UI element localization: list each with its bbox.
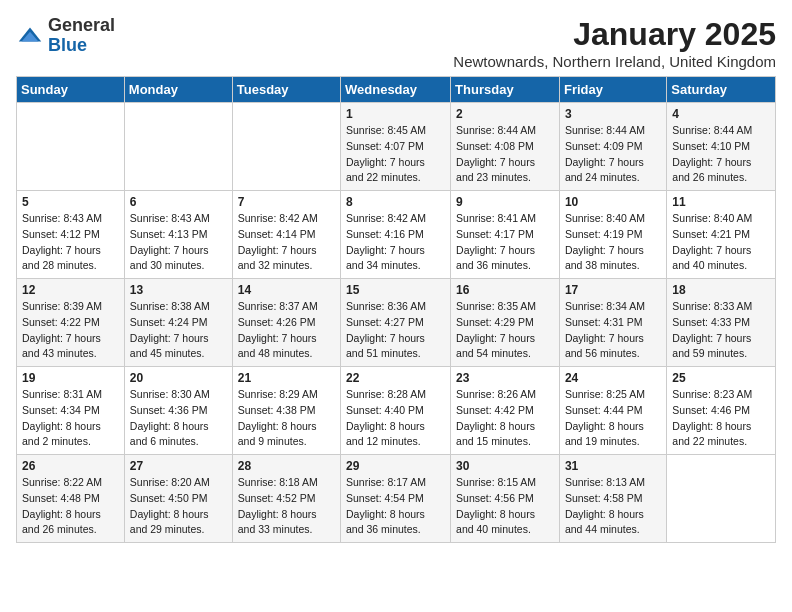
day-number: 8 [346, 195, 445, 209]
calendar-week-3: 12Sunrise: 8:39 AMSunset: 4:22 PMDayligh… [17, 279, 776, 367]
calendar-header-row: SundayMondayTuesdayWednesdayThursdayFrid… [17, 77, 776, 103]
calendar-cell: 21Sunrise: 8:29 AMSunset: 4:38 PMDayligh… [232, 367, 340, 455]
day-number: 1 [346, 107, 445, 121]
calendar-cell: 15Sunrise: 8:36 AMSunset: 4:27 PMDayligh… [341, 279, 451, 367]
day-number: 17 [565, 283, 661, 297]
calendar-cell: 29Sunrise: 8:17 AMSunset: 4:54 PMDayligh… [341, 455, 451, 543]
day-header-tuesday: Tuesday [232, 77, 340, 103]
logo-icon [16, 22, 44, 50]
calendar-cell: 20Sunrise: 8:30 AMSunset: 4:36 PMDayligh… [124, 367, 232, 455]
day-header-thursday: Thursday [451, 77, 560, 103]
day-info: Sunrise: 8:36 AMSunset: 4:27 PMDaylight:… [346, 299, 445, 362]
day-number: 9 [456, 195, 554, 209]
day-header-wednesday: Wednesday [341, 77, 451, 103]
calendar-cell: 1Sunrise: 8:45 AMSunset: 4:07 PMDaylight… [341, 103, 451, 191]
day-number: 25 [672, 371, 770, 385]
calendar-cell: 31Sunrise: 8:13 AMSunset: 4:58 PMDayligh… [559, 455, 666, 543]
calendar-week-1: 1Sunrise: 8:45 AMSunset: 4:07 PMDaylight… [17, 103, 776, 191]
day-info: Sunrise: 8:44 AMSunset: 4:08 PMDaylight:… [456, 123, 554, 186]
page-header: General Blue January 2025 Newtownards, N… [16, 16, 776, 70]
day-info: Sunrise: 8:44 AMSunset: 4:10 PMDaylight:… [672, 123, 770, 186]
day-number: 21 [238, 371, 335, 385]
day-info: Sunrise: 8:43 AMSunset: 4:12 PMDaylight:… [22, 211, 119, 274]
day-number: 14 [238, 283, 335, 297]
day-header-saturday: Saturday [667, 77, 776, 103]
location-title: Newtownards, Northern Ireland, United Ki… [453, 53, 776, 70]
calendar-cell: 11Sunrise: 8:40 AMSunset: 4:21 PMDayligh… [667, 191, 776, 279]
logo-general: General [48, 16, 115, 36]
day-info: Sunrise: 8:17 AMSunset: 4:54 PMDaylight:… [346, 475, 445, 538]
day-number: 10 [565, 195, 661, 209]
calendar-cell: 12Sunrise: 8:39 AMSunset: 4:22 PMDayligh… [17, 279, 125, 367]
day-number: 5 [22, 195, 119, 209]
calendar-cell: 13Sunrise: 8:38 AMSunset: 4:24 PMDayligh… [124, 279, 232, 367]
calendar-week-4: 19Sunrise: 8:31 AMSunset: 4:34 PMDayligh… [17, 367, 776, 455]
day-info: Sunrise: 8:22 AMSunset: 4:48 PMDaylight:… [22, 475, 119, 538]
day-number: 29 [346, 459, 445, 473]
day-header-monday: Monday [124, 77, 232, 103]
day-info: Sunrise: 8:23 AMSunset: 4:46 PMDaylight:… [672, 387, 770, 450]
day-number: 20 [130, 371, 227, 385]
day-info: Sunrise: 8:31 AMSunset: 4:34 PMDaylight:… [22, 387, 119, 450]
day-number: 13 [130, 283, 227, 297]
logo-text: General Blue [48, 16, 115, 56]
calendar-cell: 30Sunrise: 8:15 AMSunset: 4:56 PMDayligh… [451, 455, 560, 543]
day-info: Sunrise: 8:26 AMSunset: 4:42 PMDaylight:… [456, 387, 554, 450]
calendar-cell: 22Sunrise: 8:28 AMSunset: 4:40 PMDayligh… [341, 367, 451, 455]
calendar-cell: 5Sunrise: 8:43 AMSunset: 4:12 PMDaylight… [17, 191, 125, 279]
calendar-week-5: 26Sunrise: 8:22 AMSunset: 4:48 PMDayligh… [17, 455, 776, 543]
calendar-cell: 10Sunrise: 8:40 AMSunset: 4:19 PMDayligh… [559, 191, 666, 279]
day-info: Sunrise: 8:40 AMSunset: 4:21 PMDaylight:… [672, 211, 770, 274]
calendar-cell: 18Sunrise: 8:33 AMSunset: 4:33 PMDayligh… [667, 279, 776, 367]
logo-blue: Blue [48, 36, 115, 56]
calendar-cell: 17Sunrise: 8:34 AMSunset: 4:31 PMDayligh… [559, 279, 666, 367]
day-info: Sunrise: 8:42 AMSunset: 4:16 PMDaylight:… [346, 211, 445, 274]
day-info: Sunrise: 8:40 AMSunset: 4:19 PMDaylight:… [565, 211, 661, 274]
calendar-cell: 6Sunrise: 8:43 AMSunset: 4:13 PMDaylight… [124, 191, 232, 279]
day-number: 30 [456, 459, 554, 473]
calendar-week-2: 5Sunrise: 8:43 AMSunset: 4:12 PMDaylight… [17, 191, 776, 279]
calendar-table: SundayMondayTuesdayWednesdayThursdayFrid… [16, 76, 776, 543]
day-number: 2 [456, 107, 554, 121]
day-info: Sunrise: 8:18 AMSunset: 4:52 PMDaylight:… [238, 475, 335, 538]
day-info: Sunrise: 8:41 AMSunset: 4:17 PMDaylight:… [456, 211, 554, 274]
calendar-cell: 26Sunrise: 8:22 AMSunset: 4:48 PMDayligh… [17, 455, 125, 543]
day-header-sunday: Sunday [17, 77, 125, 103]
day-info: Sunrise: 8:37 AMSunset: 4:26 PMDaylight:… [238, 299, 335, 362]
title-block: January 2025 Newtownards, Northern Irela… [453, 16, 776, 70]
day-number: 22 [346, 371, 445, 385]
calendar-cell: 23Sunrise: 8:26 AMSunset: 4:42 PMDayligh… [451, 367, 560, 455]
calendar-cell [124, 103, 232, 191]
day-info: Sunrise: 8:42 AMSunset: 4:14 PMDaylight:… [238, 211, 335, 274]
calendar-cell: 19Sunrise: 8:31 AMSunset: 4:34 PMDayligh… [17, 367, 125, 455]
calendar-cell: 24Sunrise: 8:25 AMSunset: 4:44 PMDayligh… [559, 367, 666, 455]
day-header-friday: Friday [559, 77, 666, 103]
day-number: 27 [130, 459, 227, 473]
calendar-cell: 3Sunrise: 8:44 AMSunset: 4:09 PMDaylight… [559, 103, 666, 191]
calendar-cell [667, 455, 776, 543]
day-number: 15 [346, 283, 445, 297]
day-info: Sunrise: 8:15 AMSunset: 4:56 PMDaylight:… [456, 475, 554, 538]
day-info: Sunrise: 8:33 AMSunset: 4:33 PMDaylight:… [672, 299, 770, 362]
calendar-cell: 25Sunrise: 8:23 AMSunset: 4:46 PMDayligh… [667, 367, 776, 455]
day-info: Sunrise: 8:38 AMSunset: 4:24 PMDaylight:… [130, 299, 227, 362]
calendar-cell [232, 103, 340, 191]
day-number: 16 [456, 283, 554, 297]
day-number: 26 [22, 459, 119, 473]
calendar-cell: 16Sunrise: 8:35 AMSunset: 4:29 PMDayligh… [451, 279, 560, 367]
day-info: Sunrise: 8:29 AMSunset: 4:38 PMDaylight:… [238, 387, 335, 450]
calendar-cell: 14Sunrise: 8:37 AMSunset: 4:26 PMDayligh… [232, 279, 340, 367]
calendar-cell: 7Sunrise: 8:42 AMSunset: 4:14 PMDaylight… [232, 191, 340, 279]
calendar-cell: 2Sunrise: 8:44 AMSunset: 4:08 PMDaylight… [451, 103, 560, 191]
day-number: 4 [672, 107, 770, 121]
day-number: 31 [565, 459, 661, 473]
calendar-cell: 8Sunrise: 8:42 AMSunset: 4:16 PMDaylight… [341, 191, 451, 279]
day-info: Sunrise: 8:43 AMSunset: 4:13 PMDaylight:… [130, 211, 227, 274]
day-info: Sunrise: 8:30 AMSunset: 4:36 PMDaylight:… [130, 387, 227, 450]
month-title: January 2025 [453, 16, 776, 53]
day-number: 18 [672, 283, 770, 297]
calendar-cell: 28Sunrise: 8:18 AMSunset: 4:52 PMDayligh… [232, 455, 340, 543]
day-info: Sunrise: 8:28 AMSunset: 4:40 PMDaylight:… [346, 387, 445, 450]
day-info: Sunrise: 8:13 AMSunset: 4:58 PMDaylight:… [565, 475, 661, 538]
day-number: 7 [238, 195, 335, 209]
